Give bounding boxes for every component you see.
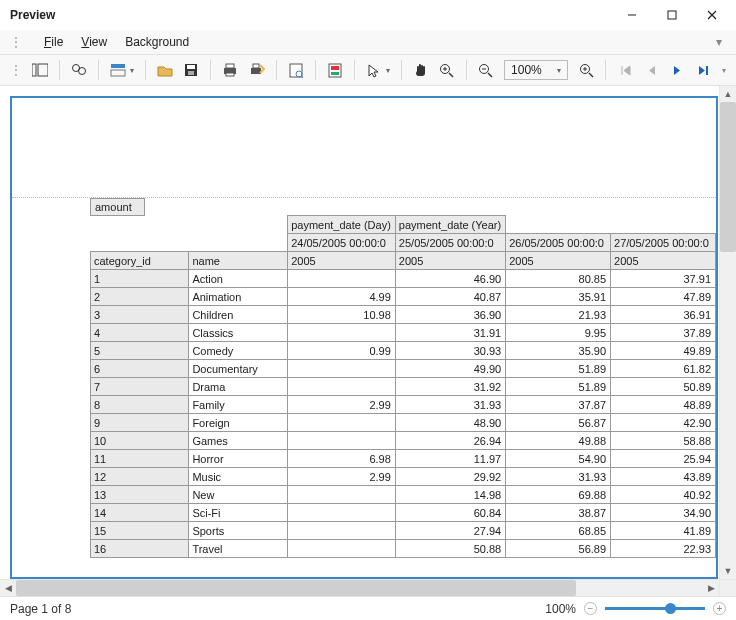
- zoom-in-magnifier-icon[interactable]: [439, 61, 455, 79]
- zoom-in-button[interactable]: +: [713, 602, 726, 615]
- preview-viewport: amount payment_date (Day)payment_date (Y…: [0, 86, 736, 579]
- scroll-left-icon[interactable]: ◀: [0, 580, 16, 596]
- save-icon[interactable]: [183, 61, 199, 79]
- cell-value: 10.98: [288, 306, 396, 324]
- cell-category-name: Drama: [189, 378, 288, 396]
- scroll-up-icon[interactable]: ▲: [720, 86, 736, 102]
- cell-value: [288, 432, 396, 450]
- cell-value: 22.93: [611, 540, 716, 558]
- quick-print-icon[interactable]: [249, 61, 265, 79]
- cell-category-id: 2: [91, 288, 189, 306]
- cell-value: 9.95: [506, 324, 611, 342]
- cell-value: 26.94: [395, 432, 505, 450]
- horizontal-scrollbar[interactable]: ◀ ▶: [0, 579, 736, 596]
- col-header-year: payment_date (Year): [395, 216, 505, 234]
- scroll-thumb-v[interactable]: [720, 102, 736, 252]
- last-page-icon[interactable]: [696, 61, 712, 79]
- table-row: 4Classics31.919.9537.89: [91, 324, 716, 342]
- close-button[interactable]: [692, 1, 732, 29]
- minimize-button[interactable]: [612, 1, 652, 29]
- thumbnails-icon[interactable]: [32, 61, 48, 79]
- edit-page-icon[interactable]: [327, 61, 343, 79]
- scroll-thumb-h[interactable]: [16, 580, 576, 596]
- menu-grip[interactable]: ⋮: [10, 35, 22, 49]
- toolbar-overflow[interactable]: ▾: [722, 66, 726, 75]
- cell-value: [288, 324, 396, 342]
- first-page-icon[interactable]: [617, 61, 633, 79]
- statusbar: Page 1 of 8 100% − +: [0, 596, 736, 620]
- cell-category-id: 8: [91, 396, 189, 414]
- cell-value: 31.91: [395, 324, 505, 342]
- row-header-id: category_id: [91, 252, 189, 270]
- customize-icon[interactable]: [110, 61, 126, 79]
- svg-rect-12: [188, 71, 194, 75]
- cell-value: 69.88: [506, 486, 611, 504]
- open-icon[interactable]: [157, 61, 173, 79]
- cell-category-id: 11: [91, 450, 189, 468]
- cell-value: [288, 414, 396, 432]
- cell-category-id: 13: [91, 486, 189, 504]
- table-row: 8Family2.9931.9337.8748.89: [91, 396, 716, 414]
- cell-value: [288, 486, 396, 504]
- toolbar: ⋮ ▾ ▾ 100%▾ ▾: [0, 54, 736, 86]
- cell-category-name: Travel: [189, 540, 288, 558]
- cell-value: 27.94: [395, 522, 505, 540]
- svg-rect-15: [226, 73, 234, 76]
- row-header-name: name: [189, 252, 288, 270]
- table-row: 11Horror6.9811.9754.9025.94: [91, 450, 716, 468]
- table-row: 6Documentary49.9051.8961.82: [91, 360, 716, 378]
- pointer-dropdown[interactable]: ▾: [386, 66, 390, 75]
- cell-value: 51.89: [506, 378, 611, 396]
- next-page-icon[interactable]: [670, 61, 686, 79]
- cell-value: [288, 270, 396, 288]
- chevron-down-icon: ▾: [557, 66, 561, 75]
- table-row: 5Comedy0.9930.9335.9049.89: [91, 342, 716, 360]
- cell-value: 46.90: [395, 270, 505, 288]
- cell-category-id: 10: [91, 432, 189, 450]
- menu-file[interactable]: File: [44, 35, 63, 49]
- cell-value: [288, 360, 396, 378]
- svg-rect-17: [253, 64, 259, 68]
- scroll-right-icon[interactable]: ▶: [703, 580, 719, 596]
- menu-view[interactable]: View: [81, 35, 107, 49]
- toolbar-grip[interactable]: ⋮: [10, 63, 22, 77]
- print-icon[interactable]: [222, 61, 238, 79]
- page: amount payment_date (Day)payment_date (Y…: [10, 96, 718, 579]
- svg-rect-21: [329, 64, 341, 77]
- maximize-button[interactable]: [652, 1, 692, 29]
- svg-point-7: [79, 68, 86, 75]
- titlebar: Preview: [0, 0, 736, 30]
- table-row: 12Music2.9929.9231.9343.89: [91, 468, 716, 486]
- cell-value: 37.87: [506, 396, 611, 414]
- svg-line-29: [488, 73, 492, 77]
- document: amount payment_date (Day)payment_date (Y…: [12, 98, 716, 558]
- cell-value: 40.92: [611, 486, 716, 504]
- cell-category-id: 1: [91, 270, 189, 288]
- vertical-scrollbar[interactable]: ▲ ▼: [719, 86, 736, 579]
- cell-value: 2.99: [288, 468, 396, 486]
- find-icon[interactable]: [71, 61, 87, 79]
- cell-value: 56.87: [506, 414, 611, 432]
- zoom-out-button[interactable]: −: [584, 602, 597, 615]
- zoom-in-icon[interactable]: [578, 61, 594, 79]
- prev-page-icon[interactable]: [644, 61, 660, 79]
- zoom-out-magnifier-icon[interactable]: [478, 61, 494, 79]
- cell-value: 50.89: [611, 378, 716, 396]
- zoom-slider-knob[interactable]: [665, 603, 676, 614]
- cell-value: 61.82: [611, 360, 716, 378]
- pointer-icon[interactable]: [366, 61, 382, 79]
- zoom-combo[interactable]: 100%▾: [504, 60, 568, 80]
- cell-value: 36.90: [395, 306, 505, 324]
- svg-rect-9: [111, 70, 125, 76]
- zoom-slider[interactable]: [605, 607, 705, 610]
- year-header: 2005: [506, 252, 611, 270]
- menu-overflow[interactable]: ▾: [716, 35, 726, 49]
- table-row: 9Foreign48.9056.8742.90: [91, 414, 716, 432]
- customize-dropdown[interactable]: ▾: [130, 66, 134, 75]
- hand-icon[interactable]: [413, 61, 429, 79]
- scroll-down-icon[interactable]: ▼: [720, 563, 736, 579]
- svg-rect-14: [226, 64, 234, 68]
- menu-background[interactable]: Background: [125, 35, 189, 49]
- cell-category-name: Games: [189, 432, 288, 450]
- page-setup-icon[interactable]: [288, 61, 304, 79]
